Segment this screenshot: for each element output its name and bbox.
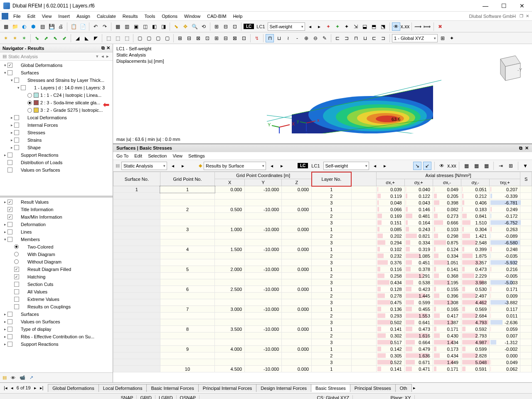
save-icon[interactable]: 💾 — [47, 22, 56, 31]
col-y[interactable]: Y — [245, 179, 282, 186]
tree-item[interactable]: Results on Couplings — [0, 303, 113, 310]
ic-b[interactable]: ⬓ — [361, 22, 369, 31]
c2-icon[interactable]: ⊐ — [342, 34, 351, 42]
bottom-tab[interactable]: Design Internal Forces — [256, 384, 311, 392]
status-osnap[interactable]: OSNAP — [177, 395, 200, 399]
menu-cadbim[interactable]: CAD-BIM — [204, 13, 229, 20]
col-sxp[interactable]: σx,+ — [376, 179, 404, 186]
menu-help[interactable]: Help — [230, 13, 246, 20]
calc-icon[interactable]: ▣ — [132, 22, 140, 31]
rp-marker1-icon[interactable]: ↘ — [413, 162, 421, 170]
tree-item[interactable]: ▸Shape — [0, 144, 113, 151]
col-axial-group[interactable]: Axial stresses [N/mm²] — [376, 172, 520, 179]
tree-item[interactable]: ▸Type of display — [0, 325, 113, 333]
rp-view[interactable]: View — [172, 153, 182, 158]
table-row[interactable]: 20.2781.4450.3962.4970.009 — [113, 293, 532, 299]
cube3-icon[interactable]: ⬚ — [123, 34, 131, 42]
bottom-tab[interactable]: Principal Internal Forces — [198, 384, 257, 392]
table-row[interactable]: 30.5020.6411.3874.793-2.636 — [113, 319, 532, 326]
status-snap[interactable]: SNAP — [118, 395, 137, 399]
rotate-icon[interactable]: ⟲ — [200, 22, 208, 31]
table-row[interactable]: 94.000-10.0000.00010.1420.4790.1730.599-… — [113, 346, 532, 352]
nav-analysis-combo[interactable]: Static Analysis — [8, 54, 94, 59]
table-row[interactable]: 30.4340.5381.1953.988-5.003 — [113, 279, 532, 286]
refresh-icon[interactable]: ◐ — [20, 22, 28, 31]
rp-lc-prev[interactable]: ◂ — [371, 162, 379, 170]
close-button[interactable]: ✕ — [515, 2, 529, 9]
rp-g2-icon[interactable]: ▦ — [472, 162, 480, 170]
rp-g3-icon[interactable]: ▦ — [482, 162, 490, 170]
star3-icon[interactable]: ✦ — [342, 22, 351, 31]
ext2-icon[interactable]: ⟾ — [423, 22, 431, 31]
star2-icon[interactable]: ✦ — [333, 22, 342, 31]
tree-item[interactable]: Max/Min Information — [0, 213, 113, 221]
table-row[interactable]: 104.500-10.0000.00010.1410.4710.1710.591… — [113, 366, 532, 372]
menu-tools[interactable]: Tools — [141, 13, 158, 20]
col-surface[interactable]: Surface No. — [113, 172, 160, 186]
tree-item[interactable]: ▸Strains — [0, 136, 113, 144]
move-icon[interactable]: ✥ — [181, 22, 190, 31]
table-row[interactable]: 52.000-10.0000.00010.1160.3780.1410.4730… — [113, 266, 532, 273]
bottom-tab[interactable]: Principal Stresses — [350, 384, 396, 392]
table-row[interactable]: 30.4750.5991.3084.462-3.882 — [113, 299, 532, 306]
c1-icon[interactable]: ⊏ — [333, 34, 342, 42]
table-row[interactable]: 83.500-10.0000.00010.1410.4730.1710.5920… — [113, 326, 532, 332]
rp-analysis-combo[interactable]: Static Analysis — [121, 162, 167, 170]
s4-icon[interactable]: - — [293, 34, 301, 42]
s6-icon[interactable]: ⊖ — [311, 34, 320, 42]
col-sxm[interactable]: σx,- — [433, 179, 461, 186]
diag-icon[interactable]: 👁 — [392, 22, 400, 31]
star1-icon[interactable]: ✦ — [324, 22, 332, 31]
menu-icon[interactable] — [2, 13, 8, 20]
table-row[interactable]: 20.500-10.0000.00010.0660.1460.0820.1830… — [113, 206, 532, 213]
bottom-tab[interactable]: Oth — [395, 384, 412, 392]
tree-item[interactable]: ▸Support Reactions — [0, 340, 113, 348]
page-prev-icon[interactable]: ◂ — [10, 385, 15, 391]
table-row[interactable]: 20.1690.4810.2730.841-0.172 — [113, 213, 532, 219]
tree-item[interactable]: 1 : 1 - C24 | Isotropic | Linea... — [0, 91, 113, 99]
table-row[interactable]: 20.1190.1220.2050.212-0.339 — [113, 193, 532, 200]
col-coords-group[interactable]: Grid Point Coordinates [m] — [215, 172, 312, 179]
tree-item[interactable]: Values on Surfaces — [0, 166, 113, 174]
col-gridpt[interactable]: Grid Point No. — [160, 172, 214, 186]
n9-icon[interactable]: ◣ — [82, 34, 91, 42]
nav-prev-icon[interactable]: ◂ — [100, 54, 105, 59]
table-row[interactable]: 30.3760.4511.0513.357-5.932 — [113, 259, 532, 266]
bottom-tab[interactable]: Global Deformations — [48, 384, 99, 392]
rp-close-icon[interactable]: ✕ — [525, 145, 529, 151]
loadcase-combo[interactable]: Self-weight — [268, 22, 305, 31]
tree-item[interactable]: ▾Stresses and Strains by Layer Thick... — [0, 76, 113, 84]
tree-item[interactable]: ▸Surfaces — [0, 310, 113, 318]
table-row[interactable]: 20.3021.6160.4302.7930.007 — [113, 332, 532, 339]
ext1-icon[interactable]: ⟿ — [414, 22, 422, 31]
n4-icon[interactable]: ⬊ — [33, 34, 41, 42]
n3-icon[interactable]: ✶ — [20, 34, 28, 42]
c4-icon[interactable]: ⊔ — [361, 34, 369, 42]
r1-icon[interactable]: ↯ — [253, 34, 261, 42]
m7-icon[interactable]: ⊠ — [231, 34, 239, 42]
rp-lc-combo[interactable]: Self-weight — [323, 162, 369, 170]
c5-icon[interactable]: ⊏ — [370, 34, 378, 42]
tree-item[interactable]: Without Diagram — [0, 258, 113, 266]
sq3-icon[interactable]: ▢ — [154, 34, 162, 42]
m5-icon[interactable]: ⊞ — [212, 34, 221, 42]
tree-item[interactable]: 2 : 3 - Soda-lime silicate gla... — [0, 99, 113, 106]
nav-tab2-icon[interactable]: 👁 — [11, 375, 15, 380]
results-table[interactable]: Surface No. Grid Point No. Grid Point Co… — [113, 172, 532, 372]
status-lgrid[interactable]: LGRID — [155, 395, 177, 399]
m3-icon[interactable]: ⊠ — [194, 34, 202, 42]
nav-tab1-icon[interactable]: ▤ — [2, 375, 7, 380]
page-next-icon[interactable]: ▸ — [33, 385, 38, 391]
select-icon[interactable]: ⬊ — [172, 22, 180, 31]
col-s[interactable]: S — [520, 172, 532, 186]
tree-item[interactable]: ▸Result Values — [0, 198, 113, 206]
viewport-3d[interactable]: LC1 - Self-weight Static Analysis Displa… — [113, 44, 532, 144]
menu-edit[interactable]: Edit — [24, 13, 39, 20]
tree-item[interactable]: ▾Surfaces — [0, 69, 113, 76]
zoom-icon[interactable]: 🔍 — [190, 22, 199, 31]
tree-item[interactable]: ▸Values on Surfaces — [0, 318, 113, 325]
rp-selection[interactable]: Selection — [148, 153, 167, 158]
v2-icon[interactable]: ⊟ — [222, 22, 230, 31]
n10-icon[interactable]: ◤ — [91, 34, 100, 42]
table-row[interactable]: 30.2940.3340.8752.548-6.580 — [113, 239, 532, 246]
